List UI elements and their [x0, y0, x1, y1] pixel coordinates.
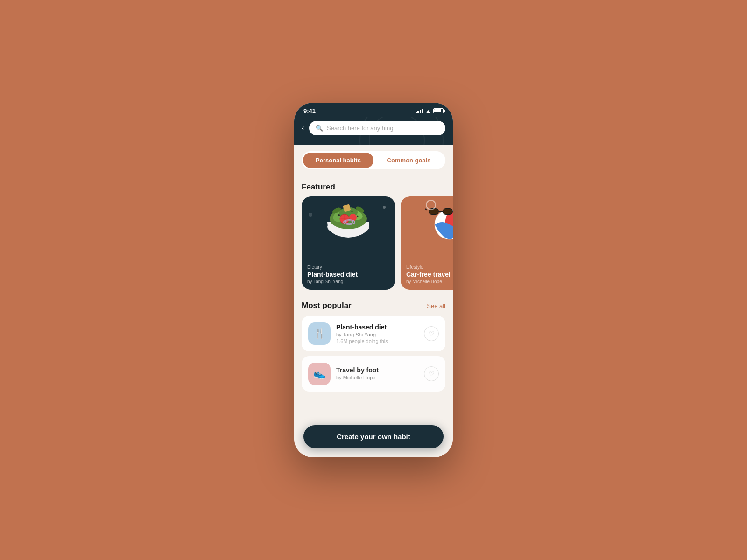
- card-2-author: by Michelle Hope: [406, 279, 453, 284]
- habit-name-2: Travel by foot: [336, 366, 418, 374]
- search-row: ‹ 🔍 Search here for anything: [302, 121, 445, 135]
- heart-button-1[interactable]: ♡: [424, 326, 439, 341]
- featured-card-1[interactable]: Dietary Plant-based diet by Tang Shi Yan…: [302, 196, 395, 290]
- card-2-bottom: Lifestyle Car-free travel by Michelle Ho…: [401, 259, 453, 290]
- habit-info-1: Plant-based diet by Tang Shi Yang 1.6M p…: [336, 323, 418, 344]
- svg-rect-26: [443, 209, 452, 214]
- habit-name-1: Plant-based diet: [336, 323, 418, 331]
- back-button[interactable]: ‹: [302, 123, 304, 133]
- search-bar[interactable]: 🔍 Search here for anything: [309, 121, 445, 135]
- tabs-section: Personal habits Common goals: [294, 145, 453, 176]
- see-all-button[interactable]: See all: [427, 302, 445, 309]
- featured-card-2[interactable]: Lifestyle Car-free travel by Michelle Ho…: [401, 196, 453, 290]
- card-1-author: by Tang Shi Yang: [307, 279, 389, 284]
- tab-common-goals[interactable]: Common goals: [374, 153, 444, 168]
- header: ‹ 🔍 Search here for anything: [294, 117, 453, 145]
- salad-illustration: [316, 196, 381, 248]
- habit-icon-2: 👟: [308, 363, 331, 385]
- battery-icon: [433, 108, 444, 113]
- habit-info-2: Travel by foot by Michelle Hope: [336, 366, 418, 381]
- habit-author-1: by Tang Shi Yang: [336, 332, 418, 337]
- create-habit-button[interactable]: Create your own habit: [303, 425, 444, 448]
- beach-illustration: [417, 196, 453, 248]
- svg-point-14: [352, 211, 353, 212]
- card-2-category: Lifestyle: [406, 265, 453, 270]
- svg-line-23: [425, 209, 427, 210]
- tabs-container: Personal habits Common goals: [302, 151, 445, 169]
- card-2-title: Car-free travel: [406, 271, 453, 278]
- search-icon: 🔍: [316, 125, 323, 132]
- main-content: Featured: [294, 176, 453, 457]
- card-1-bottom: Dietary Plant-based diet by Tang Shi Yan…: [302, 259, 395, 290]
- status-bar: 9:41 ▲: [294, 103, 453, 117]
- tab-personal-habits[interactable]: Personal habits: [303, 153, 374, 168]
- habit-icon-1: 🍴: [308, 322, 331, 345]
- svg-point-27: [426, 200, 436, 210]
- habit-author-2: by Michelle Hope: [336, 375, 418, 380]
- svg-point-12: [338, 214, 340, 216]
- signal-icon: [416, 109, 423, 113]
- most-popular-header: Most popular See all: [294, 297, 453, 316]
- habit-item-2[interactable]: 👟 Travel by foot by Michelle Hope ♡: [302, 356, 445, 392]
- cta-container: Create your own habit: [303, 425, 444, 448]
- featured-scroll[interactable]: Dietary Plant-based diet by Tang Shi Yan…: [294, 196, 453, 297]
- phone-frame: 9:41 ▲ ‹ 🔍 Search here for anything: [294, 103, 453, 457]
- card-1-category: Dietary: [307, 265, 389, 270]
- habit-count-1: 1.6M people doing this: [336, 338, 418, 344]
- habit-item-1[interactable]: 🍴 Plant-based diet by Tang Shi Yang 1.6M…: [302, 316, 445, 351]
- status-time: 9:41: [303, 107, 316, 114]
- card-1-title: Plant-based diet: [307, 271, 389, 278]
- fork-icon: 🍴: [313, 328, 326, 340]
- search-placeholder: Search here for anything: [327, 125, 393, 132]
- wifi-icon: ▲: [425, 108, 431, 114]
- heart-button-2[interactable]: ♡: [424, 366, 439, 381]
- shoe-icon: 👟: [313, 368, 326, 380]
- status-icons: ▲: [416, 108, 444, 114]
- featured-title: Featured: [294, 176, 453, 196]
- svg-point-13: [357, 216, 359, 217]
- most-popular-title: Most popular: [302, 301, 352, 310]
